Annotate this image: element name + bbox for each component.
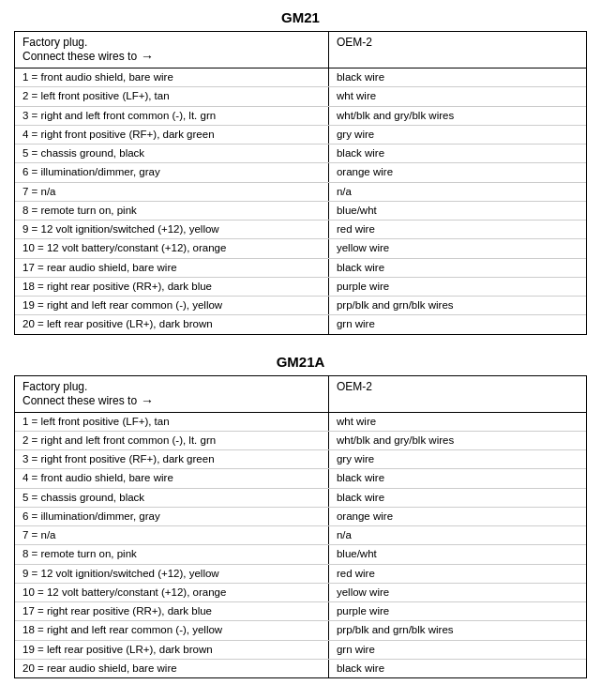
wire-description: 17 = rear audio shield, bare wire xyxy=(15,259,329,277)
wire-color: black wire xyxy=(329,145,586,162)
wire-description: 18 = right and left rear common (-), yel… xyxy=(15,621,329,639)
table-row: 17 = right rear positive (RR+), dark blu… xyxy=(15,602,586,621)
wire-color: purple wire xyxy=(329,602,586,620)
wire-description: 20 = left rear positive (LR+), dark brow… xyxy=(15,315,329,333)
wire-description: 19 = left rear positive (LR+), dark brow… xyxy=(15,641,329,659)
wire-color: black wire xyxy=(329,259,586,277)
table-row: 7 = n/an/a xyxy=(15,183,586,202)
table-row: 18 = right and left rear common (-), yel… xyxy=(15,621,586,640)
table-row: 19 = left rear positive (LR+), dark brow… xyxy=(15,641,586,660)
arrow-icon: → xyxy=(141,393,154,408)
table-row: 7 = n/an/a xyxy=(15,526,586,545)
wire-description: 8 = remote turn on, pink xyxy=(15,545,329,563)
table-row: 9 = 12 volt ignition/switched (+12), yel… xyxy=(15,221,586,239)
wire-color: n/a xyxy=(329,526,586,544)
table-row: 4 = front audio shield, bare wireblack w… xyxy=(15,469,586,488)
table-row: 9 = 12 volt ignition/switched (+12), yel… xyxy=(15,565,586,584)
table-gm21a: Factory plug.Connect these wires to →OEM… xyxy=(14,375,587,679)
header-left: Factory plug.Connect these wires to → xyxy=(15,32,329,68)
section-gm21a: GM21AFactory plug.Connect these wires to… xyxy=(14,354,587,679)
wire-color: grn wire xyxy=(329,641,586,659)
table-row: 2 = right and left front common (-), lt.… xyxy=(15,432,586,450)
wire-color: red wire xyxy=(329,221,586,238)
wire-description: 5 = chassis ground, black xyxy=(15,489,329,507)
wire-description: 9 = 12 volt ignition/switched (+12), yel… xyxy=(15,221,329,238)
factory-plug-label: Factory plug. xyxy=(23,36,321,49)
wire-description: 8 = remote turn on, pink xyxy=(15,202,329,220)
header-row: Factory plug.Connect these wires to →OEM… xyxy=(15,376,586,413)
wire-description: 20 = rear audio shield, bare wire xyxy=(15,660,329,677)
table-row: 18 = right rear positive (RR+), dark blu… xyxy=(15,278,586,297)
wire-description: 4 = front audio shield, bare wire xyxy=(15,469,329,487)
table-row: 3 = right front positive (RF+), dark gre… xyxy=(15,450,586,469)
wire-color: prp/blk and grn/blk wires xyxy=(329,621,586,639)
table-row: 10 = 12 volt battery/constant (+12), ora… xyxy=(15,239,586,258)
wire-color: red wire xyxy=(329,565,586,583)
wire-description: 1 = left front positive (LF+), tan xyxy=(15,413,329,431)
wire-color: wht/blk and gry/blk wires xyxy=(329,107,586,125)
wire-color: orange wire xyxy=(329,508,586,525)
wire-color: orange wire xyxy=(329,163,586,181)
table-row: 5 = chassis ground, blackblack wire xyxy=(15,489,586,508)
header-row: Factory plug.Connect these wires to →OEM… xyxy=(15,32,586,68)
factory-plug-label: Factory plug. xyxy=(23,380,321,393)
table-row: 8 = remote turn on, pinkblue/wht xyxy=(15,202,586,221)
wire-description: 17 = right rear positive (RR+), dark blu… xyxy=(15,602,329,620)
wire-color: wht wire xyxy=(329,87,586,105)
wire-description: 19 = right and left rear common (-), yel… xyxy=(15,297,329,314)
wire-color: grn wire xyxy=(329,315,586,333)
wire-description: 10 = 12 volt battery/constant (+12), ora… xyxy=(15,239,329,257)
table-row: 6 = illumination/dimmer, grayorange wire xyxy=(15,508,586,526)
table-gm21: Factory plug.Connect these wires to →OEM… xyxy=(14,31,587,335)
wire-description: 9 = 12 volt ignition/switched (+12), yel… xyxy=(15,565,329,583)
wire-color: black wire xyxy=(329,469,586,487)
section-title-gm21: GM21 xyxy=(14,9,587,25)
wire-description: 4 = right front positive (RF+), dark gre… xyxy=(15,126,329,144)
table-row: 10 = 12 volt battery/constant (+12), ora… xyxy=(15,584,586,602)
wire-color: yellow wire xyxy=(329,239,586,257)
wire-description: 7 = n/a xyxy=(15,183,329,201)
wire-description: 6 = illumination/dimmer, gray xyxy=(15,508,329,525)
table-row: 17 = rear audio shield, bare wireblack w… xyxy=(15,259,586,278)
wire-color: wht/blk and gry/blk wires xyxy=(329,432,586,449)
table-row: 4 = right front positive (RF+), dark gre… xyxy=(15,126,586,145)
table-row: 1 = left front positive (LF+), tanwht wi… xyxy=(15,413,586,432)
wire-color: gry wire xyxy=(329,126,586,144)
wire-description: 2 = left front positive (LF+), tan xyxy=(15,87,329,105)
wire-description: 1 = front audio shield, bare wire xyxy=(15,68,329,86)
header-right: OEM-2 xyxy=(329,376,586,412)
wire-color: prp/blk and grn/blk wires xyxy=(329,297,586,314)
table-row: 20 = left rear positive (LR+), dark brow… xyxy=(15,315,586,333)
wire-description: 7 = n/a xyxy=(15,526,329,544)
table-row: 2 = left front positive (LF+), tanwht wi… xyxy=(15,87,586,106)
table-row: 6 = illumination/dimmer, grayorange wire xyxy=(15,163,586,182)
wire-color: black wire xyxy=(329,68,586,86)
table-row: 19 = right and left rear common (-), yel… xyxy=(15,297,586,315)
header-left: Factory plug.Connect these wires to → xyxy=(15,376,329,412)
arrow-icon: → xyxy=(141,49,154,64)
section-gm21: GM21Factory plug.Connect these wires to … xyxy=(14,9,587,335)
wire-color: blue/wht xyxy=(329,202,586,220)
wire-color: wht wire xyxy=(329,413,586,431)
wire-color: black wire xyxy=(329,660,586,677)
wire-description: 2 = right and left front common (-), lt.… xyxy=(15,432,329,449)
wire-color: blue/wht xyxy=(329,545,586,563)
table-row: 3 = right and left front common (-), lt.… xyxy=(15,107,586,126)
wire-color: yellow wire xyxy=(329,584,586,601)
wire-description: 10 = 12 volt battery/constant (+12), ora… xyxy=(15,584,329,601)
page: GM21Factory plug.Connect these wires to … xyxy=(0,0,601,700)
wire-color: purple wire xyxy=(329,278,586,296)
wire-description: 6 = illumination/dimmer, gray xyxy=(15,163,329,181)
connect-wires-label: Connect these wires to → xyxy=(23,49,321,64)
wire-color: gry wire xyxy=(329,450,586,468)
wire-color: black wire xyxy=(329,489,586,507)
header-right: OEM-2 xyxy=(329,32,586,68)
wire-description: 3 = right and left front common (-), lt.… xyxy=(15,107,329,125)
section-title-gm21a: GM21A xyxy=(14,354,587,370)
table-row: 8 = remote turn on, pinkblue/wht xyxy=(15,545,586,564)
table-row: 1 = front audio shield, bare wireblack w… xyxy=(15,68,586,87)
connect-wires-label: Connect these wires to → xyxy=(23,393,321,408)
wire-description: 3 = right front positive (RF+), dark gre… xyxy=(15,450,329,468)
wire-description: 5 = chassis ground, black xyxy=(15,145,329,162)
connect-wires-text: Connect these wires to xyxy=(23,394,137,407)
